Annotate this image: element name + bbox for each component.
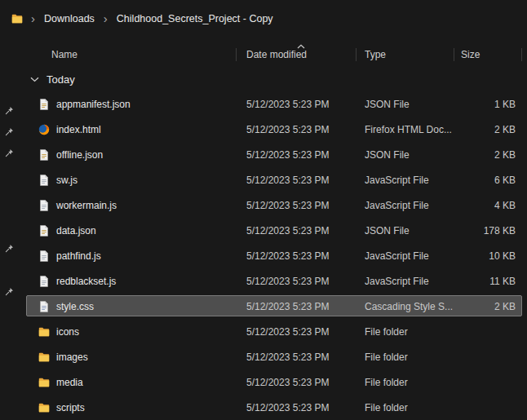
column-header-name[interactable]: Name bbox=[26, 42, 237, 67]
file-type: File folder bbox=[356, 402, 454, 413]
json-file-icon bbox=[38, 224, 51, 237]
file-row[interactable]: sw.js 5/12/2023 5:23 PM JavaScript File … bbox=[26, 167, 522, 192]
file-date-modified: 5/12/2023 5:23 PM bbox=[237, 351, 356, 363]
file-row[interactable]: offline.json 5/12/2023 5:23 PM JSON File… bbox=[26, 142, 522, 167]
breadcrumb-item-downloads[interactable]: Downloads bbox=[42, 11, 96, 27]
file-type: JavaScript File bbox=[356, 250, 454, 262]
pin-icon[interactable] bbox=[5, 106, 14, 115]
breadcrumb-item-current-folder[interactable]: Childhood_Secrets_Project - Copy bbox=[115, 11, 275, 27]
column-header-date-modified[interactable]: Date modified bbox=[237, 42, 356, 67]
file-size: 6 KB bbox=[454, 175, 522, 186]
pin-icon[interactable] bbox=[5, 148, 14, 157]
javascript-file-icon bbox=[38, 199, 51, 212]
file-name: workermain.js bbox=[56, 200, 117, 211]
explorer-content: Name Date modified Type Size bbox=[0, 38, 527, 420]
file-row[interactable]: style.css 5/12/2023 5:23 PM Cascading St… bbox=[26, 294, 522, 319]
file-type: JavaScript File bbox=[356, 200, 454, 211]
file-name-cell: style.css bbox=[26, 300, 237, 313]
file-type: JSON File bbox=[356, 225, 454, 237]
group-label: Today bbox=[46, 73, 75, 86]
javascript-file-icon bbox=[38, 250, 51, 263]
file-name: index.html bbox=[56, 124, 101, 135]
file-size: 10 KB bbox=[454, 250, 522, 262]
folder-icon bbox=[38, 325, 51, 338]
column-header-label: Size bbox=[461, 49, 480, 60]
column-headers: Name Date modified Type Size bbox=[26, 42, 522, 67]
pin-icon[interactable] bbox=[5, 127, 14, 136]
pin-icon[interactable] bbox=[5, 244, 14, 253]
file-date-modified: 5/12/2023 5:23 PM bbox=[237, 250, 356, 262]
file-row[interactable]: media 5/12/2023 5:23 PM File folder bbox=[26, 369, 522, 395]
file-name: redblackset.js bbox=[56, 276, 116, 287]
group-header-today[interactable]: Today bbox=[26, 67, 522, 91]
file-row[interactable]: images 5/12/2023 5:23 PM File folder bbox=[26, 344, 522, 369]
file-row[interactable]: workermain.js 5/12/2023 5:23 PM JavaScri… bbox=[26, 192, 522, 218]
file-name: pathfind.js bbox=[56, 250, 101, 262]
file-name-cell: workermain.js bbox=[26, 199, 237, 212]
file-row[interactable]: redblackset.js 5/12/2023 5:23 PM JavaScr… bbox=[26, 268, 522, 294]
file-type: JavaScript File bbox=[356, 276, 454, 287]
column-header-label: Name bbox=[51, 49, 78, 60]
file-date-modified: 5/12/2023 5:23 PM bbox=[237, 276, 356, 287]
file-name-cell: pathfind.js bbox=[26, 250, 237, 263]
file-size: 11 KB bbox=[454, 276, 522, 287]
file-rows: appmanifest.json 5/12/2023 5:23 PM JSON … bbox=[26, 91, 522, 420]
file-name: media bbox=[56, 377, 83, 388]
file-name: data.json bbox=[56, 225, 96, 237]
file-size: 2 KB bbox=[454, 124, 522, 135]
file-name-cell: data.json bbox=[26, 224, 237, 237]
file-date-modified: 5/12/2023 5:23 PM bbox=[237, 301, 356, 312]
file-row[interactable]: index.html 5/12/2023 5:23 PM Firefox HTM… bbox=[26, 117, 522, 142]
chevron-down-icon[interactable] bbox=[30, 77, 39, 82]
sort-ascending-icon bbox=[297, 40, 305, 51]
file-date-modified: 5/12/2023 5:23 PM bbox=[237, 124, 356, 135]
file-type: Firefox HTML Doc... bbox=[356, 124, 454, 135]
folder-icon bbox=[38, 376, 51, 389]
column-header-label: Type bbox=[365, 49, 386, 60]
file-name-cell: media bbox=[26, 376, 237, 389]
javascript-file-icon bbox=[38, 275, 51, 288]
breadcrumb-chevron-icon[interactable]: › bbox=[100, 12, 111, 26]
pin-icon[interactable] bbox=[5, 287, 14, 296]
folder-icon bbox=[38, 351, 51, 364]
json-file-icon bbox=[38, 148, 51, 161]
file-type: Cascading Style S... bbox=[356, 301, 454, 312]
file-name-cell: offline.json bbox=[26, 148, 237, 161]
json-file-icon bbox=[38, 98, 51, 111]
file-row[interactable]: pathfind.js 5/12/2023 5:23 PM JavaScript… bbox=[26, 243, 522, 268]
file-size: 4 KB bbox=[454, 200, 522, 211]
file-date-modified: 5/12/2023 5:23 PM bbox=[237, 326, 356, 338]
file-explorer: › Downloads › Childhood_Secrets_Project … bbox=[0, 0, 527, 420]
file-name: offline.json bbox=[56, 149, 103, 161]
file-name: sw.js bbox=[56, 175, 78, 186]
file-type: JSON File bbox=[356, 99, 454, 110]
file-type: File folder bbox=[356, 326, 454, 338]
file-row[interactable]: icons 5/12/2023 5:23 PM File folder bbox=[26, 319, 522, 344]
file-row[interactable]: data.json 5/12/2023 5:23 PM JSON File 17… bbox=[26, 218, 522, 243]
file-size: 2 KB bbox=[454, 149, 522, 161]
file-type: File folder bbox=[356, 351, 454, 363]
folder-icon bbox=[11, 12, 24, 25]
file-name-cell: redblackset.js bbox=[26, 275, 237, 288]
column-header-type[interactable]: Type bbox=[356, 42, 454, 67]
file-type: File folder bbox=[356, 377, 454, 388]
file-type: JSON File bbox=[356, 149, 454, 161]
file-list-pane: Name Date modified Type Size bbox=[26, 38, 522, 420]
file-name-cell: sw.js bbox=[26, 174, 237, 187]
file-row[interactable]: scripts 5/12/2023 5:23 PM File folder bbox=[26, 395, 522, 420]
javascript-file-icon bbox=[38, 174, 51, 187]
file-size: 1 KB bbox=[454, 99, 522, 110]
file-date-modified: 5/12/2023 5:23 PM bbox=[237, 225, 356, 237]
column-header-size[interactable]: Size bbox=[454, 42, 522, 67]
firefox-html-icon bbox=[38, 123, 51, 136]
file-row[interactable]: appmanifest.json 5/12/2023 5:23 PM JSON … bbox=[26, 91, 522, 117]
file-name-cell: scripts bbox=[26, 401, 237, 414]
file-name-cell: images bbox=[26, 351, 237, 364]
file-name: icons bbox=[56, 326, 79, 338]
folder-icon bbox=[38, 401, 51, 414]
file-name: scripts bbox=[56, 402, 85, 413]
breadcrumb-chevron-icon[interactable]: › bbox=[28, 12, 38, 26]
nav-pane-edge bbox=[0, 38, 26, 420]
file-type: JavaScript File bbox=[356, 175, 454, 186]
file-size: 178 KB bbox=[454, 225, 522, 237]
